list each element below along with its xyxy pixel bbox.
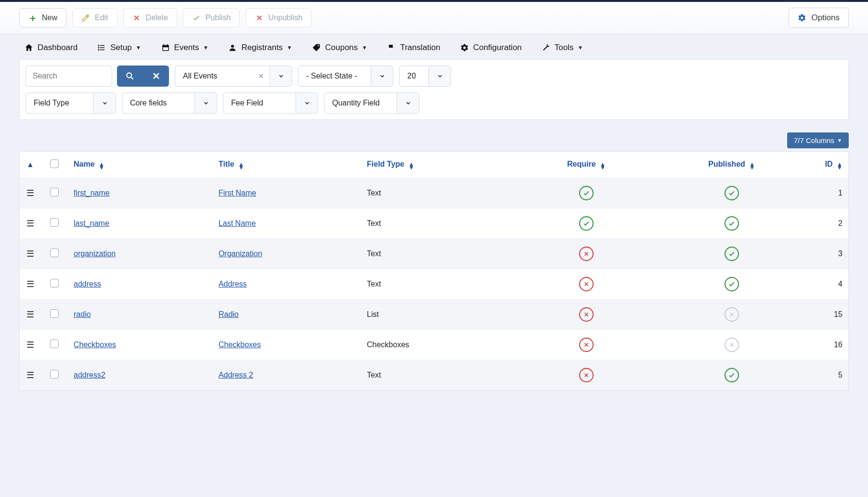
row-title-link[interactable]: Last Name: [219, 219, 256, 227]
status-icon[interactable]: [579, 216, 594, 231]
col-require[interactable]: Require ▲▼: [519, 152, 653, 178]
drag-handle-icon[interactable]: ☰: [26, 249, 34, 259]
svg-rect-5: [100, 50, 104, 51]
status-icon[interactable]: [579, 186, 594, 200]
chevron-down-icon[interactable]: [296, 93, 318, 113]
field-type-filter[interactable]: Field Type: [26, 92, 116, 114]
menu-tools[interactable]: Tools ▼: [541, 43, 583, 52]
row-checkbox[interactable]: [50, 279, 59, 288]
row-name-link[interactable]: organization: [74, 249, 116, 258]
limit-select[interactable]: 20: [399, 65, 451, 87]
chevron-down-icon: ▼: [837, 138, 842, 143]
menu-configuration[interactable]: Configuration: [460, 43, 522, 52]
quantity-field-filter[interactable]: Quantity Field: [324, 92, 419, 114]
row-checkbox[interactable]: [50, 218, 59, 227]
menu-translation[interactable]: Translation: [387, 43, 440, 52]
search-input[interactable]: [26, 65, 112, 87]
drag-handle-icon[interactable]: ☰: [26, 279, 34, 289]
status-icon[interactable]: [725, 307, 739, 322]
status-icon[interactable]: [579, 307, 594, 322]
row-name-link[interactable]: radio: [74, 310, 91, 318]
status-icon[interactable]: [579, 247, 594, 261]
edit-button[interactable]: Edit: [72, 8, 117, 27]
row-name-link[interactable]: last_name: [74, 219, 109, 227]
fee-field-filter[interactable]: Fee Field: [223, 92, 318, 114]
col-title[interactable]: Title ▲▼: [213, 152, 361, 178]
menu-events[interactable]: Events ▼: [161, 43, 209, 52]
drag-handle-icon[interactable]: ☰: [26, 340, 34, 350]
row-checkbox[interactable]: [50, 370, 59, 379]
status-icon[interactable]: [725, 216, 739, 231]
row-name-link[interactable]: Checkboxes: [74, 340, 116, 349]
menu-coupons[interactable]: Coupons ▼: [311, 43, 367, 52]
clear-search-button[interactable]: ✕: [143, 65, 169, 87]
chevron-down-icon[interactable]: [397, 93, 419, 113]
chevron-down-icon[interactable]: [270, 66, 292, 86]
menu-registrants[interactable]: Registrants ▼: [228, 43, 292, 52]
row-checkbox[interactable]: [50, 248, 59, 257]
chevron-down-icon[interactable]: [194, 93, 217, 113]
svg-rect-1: [100, 45, 104, 46]
main-menu: Dashboard Setup ▼ Events ▼ Registrants ▼…: [0, 34, 868, 52]
status-icon[interactable]: [579, 368, 594, 382]
status-icon[interactable]: [725, 338, 739, 352]
delete-button[interactable]: ✕ Delete: [123, 8, 177, 27]
checkbox[interactable]: [50, 159, 59, 168]
svg-point-2: [98, 47, 100, 49]
state-filter[interactable]: - Select State -: [298, 65, 393, 87]
user-icon: [228, 43, 237, 52]
row-title-link[interactable]: First Name: [219, 189, 256, 197]
row-checkbox[interactable]: [50, 188, 59, 196]
core-fields-filter[interactable]: Core fields: [122, 92, 217, 114]
chevron-down-icon[interactable]: [93, 93, 116, 113]
status-icon[interactable]: [725, 247, 739, 261]
menu-setup[interactable]: Setup ▼: [97, 43, 141, 52]
col-select-all[interactable]: [41, 152, 68, 178]
tag-icon: [311, 43, 321, 52]
event-filter[interactable]: All Events ✕: [175, 65, 292, 87]
table-row: ☰address2Address 2Text5: [20, 360, 848, 391]
row-checkbox[interactable]: [50, 309, 59, 318]
status-icon[interactable]: [725, 186, 739, 200]
row-id: 4: [810, 269, 848, 300]
row-name-link[interactable]: address2: [74, 371, 105, 379]
svg-rect-9: [167, 44, 168, 46]
unpublish-button[interactable]: ✕ Unpublish: [246, 8, 311, 27]
clear-event-filter[interactable]: ✕: [252, 66, 270, 86]
row-title-link[interactable]: Address: [219, 280, 247, 288]
row-checkbox[interactable]: [50, 340, 59, 348]
columns-toggle[interactable]: 7/7 Columns ▼: [787, 132, 849, 148]
drag-handle-icon[interactable]: ☰: [26, 219, 34, 228]
col-published[interactable]: Published ▲▼: [654, 152, 810, 178]
col-name[interactable]: Name ▲▼: [68, 152, 213, 178]
chevron-down-icon: ▼: [577, 44, 583, 51]
row-title-link[interactable]: Checkboxes: [219, 340, 261, 349]
row-title-link[interactable]: Organization: [219, 249, 262, 258]
svg-point-11: [231, 45, 234, 48]
drag-handle-icon[interactable]: ☰: [26, 188, 34, 198]
new-button[interactable]: ＋ New: [19, 8, 66, 27]
calendar-icon: [161, 43, 170, 52]
status-icon[interactable]: [725, 277, 739, 291]
chevron-down-icon[interactable]: [428, 66, 451, 86]
row-title-link[interactable]: Radio: [219, 310, 239, 318]
row-title-link[interactable]: Address 2: [219, 371, 253, 379]
row-name-link[interactable]: address: [74, 280, 101, 288]
status-icon[interactable]: [579, 277, 594, 291]
status-icon[interactable]: [579, 338, 594, 352]
x-icon: ✕: [255, 13, 263, 22]
col-field-type[interactable]: Field Type ▲▼: [361, 152, 519, 178]
status-icon[interactable]: [725, 368, 739, 382]
search-button[interactable]: [117, 65, 143, 87]
row-name-link[interactable]: first_name: [74, 189, 110, 197]
publish-button[interactable]: Publish: [183, 8, 240, 27]
svg-point-0: [98, 45, 100, 46]
col-order[interactable]: ▲: [20, 152, 41, 178]
x-icon: ✕: [132, 13, 141, 22]
chevron-down-icon[interactable]: [371, 66, 393, 86]
drag-handle-icon[interactable]: ☰: [26, 310, 34, 319]
drag-handle-icon[interactable]: ☰: [26, 370, 34, 380]
options-button[interactable]: Options: [789, 8, 849, 28]
col-id[interactable]: ID ▲▼: [810, 152, 848, 178]
menu-dashboard[interactable]: Dashboard: [24, 43, 78, 52]
